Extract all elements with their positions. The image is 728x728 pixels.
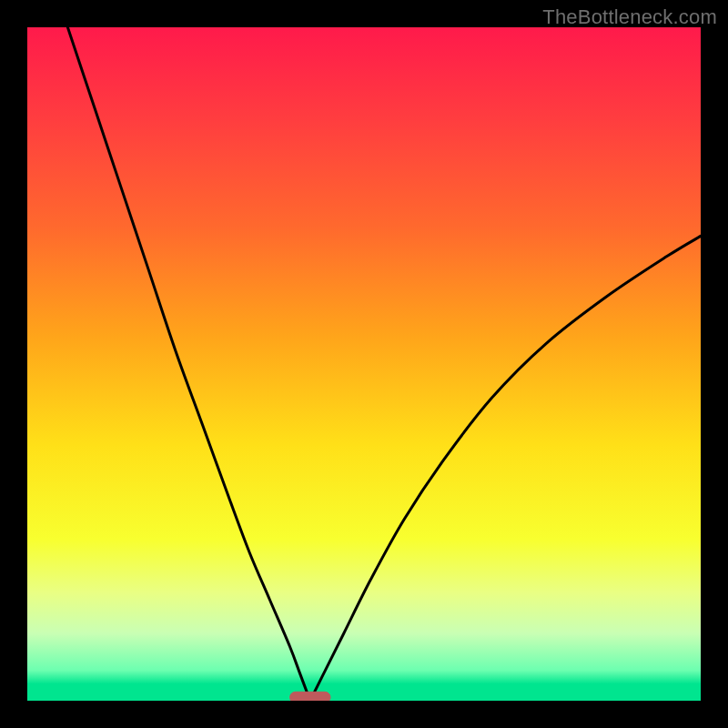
bottleneck-curve-chart [27, 27, 701, 701]
optimum-marker [290, 692, 330, 701]
gradient-background [27, 27, 701, 701]
chart-frame: TheBottleneck.com [0, 0, 728, 728]
plot-area [27, 27, 701, 701]
watermark-text: TheBottleneck.com [542, 5, 717, 29]
